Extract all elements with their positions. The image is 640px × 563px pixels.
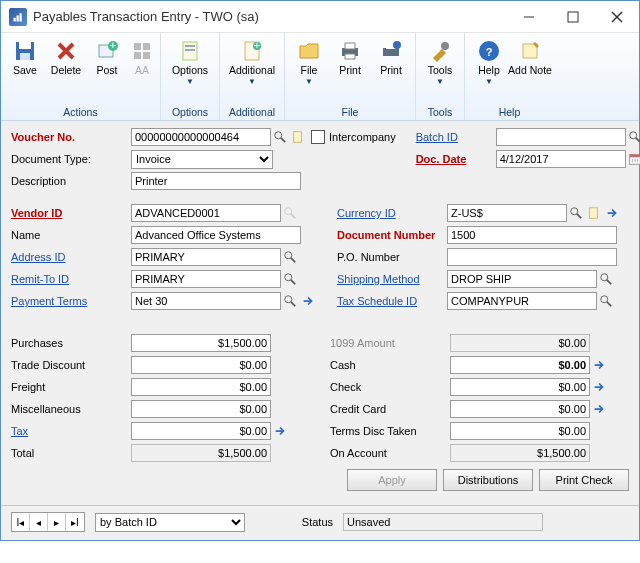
lookup-icon[interactable] <box>597 270 615 288</box>
lookup-icon[interactable] <box>271 128 289 146</box>
terms-input[interactable] <box>450 422 590 440</box>
docnum-label: Document Number <box>337 229 447 241</box>
payterms-input[interactable] <box>131 292 281 310</box>
cash-input[interactable] <box>450 356 590 374</box>
lookup-icon[interactable] <box>281 270 299 288</box>
apply-button[interactable]: Apply <box>347 469 437 491</box>
add-note-button[interactable]: Add Note <box>510 37 550 104</box>
svg-point-31 <box>441 42 449 50</box>
currency-label[interactable]: Currency ID <box>337 207 447 219</box>
cc-input[interactable] <box>450 400 590 418</box>
payterms-label[interactable]: Payment Terms <box>11 295 131 307</box>
expansion-icon[interactable] <box>603 204 621 222</box>
nav-prev-icon[interactable]: ◂ <box>30 513 48 531</box>
lookup-icon[interactable] <box>281 292 299 310</box>
window-title: Payables Transaction Entry - TWO (sa) <box>33 9 507 24</box>
chevron-down-icon: ▼ <box>186 77 194 86</box>
intercompany-checkbox[interactable] <box>311 130 325 144</box>
record-navigator[interactable]: I◂ ◂ ▸ ▸I <box>11 512 85 532</box>
shipping-input[interactable] <box>447 270 597 288</box>
svg-text:?: ? <box>486 46 493 58</box>
lookup-icon[interactable] <box>281 248 299 266</box>
minimize-button[interactable] <box>507 1 551 33</box>
chevron-down-icon: ▼ <box>485 77 493 86</box>
vendor-label[interactable]: Vendor ID <box>11 207 131 219</box>
currency-input[interactable] <box>447 204 567 222</box>
total-output <box>131 444 271 462</box>
1099-output <box>450 334 590 352</box>
svg-rect-41 <box>629 155 640 158</box>
svg-point-45 <box>285 208 292 215</box>
nav-last-icon[interactable]: ▸I <box>66 513 84 531</box>
svg-rect-9 <box>20 53 30 60</box>
nav-mode-select[interactable]: by Batch ID <box>95 513 245 532</box>
svg-line-57 <box>607 280 611 284</box>
svg-rect-20 <box>185 45 195 47</box>
tax-input[interactable] <box>131 422 271 440</box>
ribbon: Save Delete +Post AA Actions Options▼ Op… <box>1 33 639 121</box>
taxsched-input[interactable] <box>447 292 597 310</box>
expansion-icon[interactable] <box>590 378 608 396</box>
svg-rect-0 <box>14 17 16 21</box>
svg-rect-34 <box>523 44 537 58</box>
note-icon[interactable] <box>585 204 603 222</box>
svg-rect-26 <box>345 43 355 49</box>
description-input[interactable] <box>131 172 301 190</box>
svg-line-54 <box>577 214 581 218</box>
taxsched-label[interactable]: Tax Schedule ID <box>337 295 447 307</box>
svg-point-38 <box>629 132 636 139</box>
svg-line-46 <box>291 214 295 218</box>
app-window: Payables Transaction Entry - TWO (sa) Sa… <box>0 0 640 541</box>
remit-input[interactable] <box>131 270 281 288</box>
expansion-icon[interactable] <box>299 292 317 310</box>
app-icon <box>9 8 27 26</box>
onaccount-output <box>450 444 590 462</box>
print-check-button[interactable]: Print Check <box>539 469 629 491</box>
svg-point-58 <box>601 296 608 303</box>
lookup-icon[interactable] <box>626 128 640 146</box>
batchid-label[interactable]: Batch ID <box>416 131 496 143</box>
description-label: Description <box>11 175 131 187</box>
name-input[interactable] <box>131 226 301 244</box>
expansion-icon[interactable] <box>590 356 608 374</box>
purchases-input[interactable] <box>131 334 271 352</box>
freight-input[interactable] <box>131 378 271 396</box>
expansion-icon[interactable] <box>271 422 289 440</box>
check-input[interactable] <box>450 378 590 396</box>
svg-point-56 <box>601 274 608 281</box>
statusbar: I◂ ◂ ▸ ▸I by Batch ID Status <box>1 505 639 540</box>
expansion-icon[interactable] <box>590 400 608 418</box>
docnum-input[interactable] <box>447 226 617 244</box>
ponum-input[interactable] <box>447 248 617 266</box>
nav-next-icon[interactable]: ▸ <box>48 513 66 531</box>
svg-text:+: + <box>110 39 116 51</box>
distributions-button[interactable]: Distributions <box>443 469 533 491</box>
svg-text:+: + <box>254 39 260 51</box>
remit-label[interactable]: Remit-To ID <box>11 273 131 285</box>
address-label[interactable]: Address ID <box>11 251 131 263</box>
svg-line-50 <box>291 280 295 284</box>
svg-point-49 <box>285 274 292 281</box>
batchid-input[interactable] <box>496 128 626 146</box>
shipping-label[interactable]: Shipping Method <box>337 273 447 285</box>
lookup-icon <box>281 204 299 222</box>
maximize-button[interactable] <box>551 1 595 33</box>
tradedisc-input[interactable] <box>131 356 271 374</box>
calendar-icon[interactable] <box>626 150 640 168</box>
tax-label[interactable]: Tax <box>11 425 131 437</box>
voucher-input[interactable] <box>131 128 271 146</box>
docdate-input[interactable] <box>496 150 626 168</box>
vendor-input[interactable] <box>131 204 281 222</box>
doctype-select[interactable]: Invoice <box>131 150 273 169</box>
svg-rect-28 <box>383 48 399 56</box>
doctype-label: Document Type: <box>11 153 131 165</box>
lookup-icon[interactable] <box>567 204 585 222</box>
nav-first-icon[interactable]: I◂ <box>12 513 30 531</box>
close-button[interactable] <box>595 1 639 33</box>
svg-line-36 <box>281 138 285 142</box>
lookup-icon[interactable] <box>597 292 615 310</box>
address-input[interactable] <box>131 248 281 266</box>
note-icon[interactable] <box>289 128 307 146</box>
misc-input[interactable] <box>131 400 271 418</box>
docdate-label[interactable]: Doc. Date <box>416 153 496 165</box>
